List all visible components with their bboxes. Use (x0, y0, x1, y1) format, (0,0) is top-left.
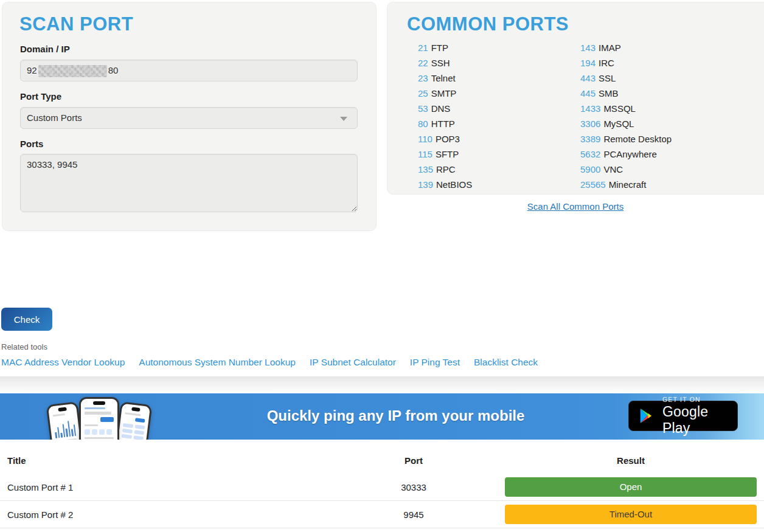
port-name: SMB (599, 88, 619, 98)
ports-label: Ports (20, 139, 43, 149)
port-name: HTTP (431, 119, 455, 129)
port-number: 80 (418, 119, 428, 129)
mini-blue-button (100, 417, 114, 422)
port-number: 443 (580, 73, 596, 83)
table-row: Custom Port # 2 9945 Timed-Out (0, 501, 764, 528)
ports-textarea[interactable]: 30333, 9945 (20, 154, 358, 212)
common-port-item[interactable]: 23Telnet (418, 71, 472, 86)
mobile-app-promo-banner: Quickly ping any IP from your mobile GET… (0, 393, 764, 440)
port-name: SMTP (431, 88, 457, 98)
common-port-item[interactable]: 1433MSSQL (580, 101, 672, 116)
google-play-badge[interactable]: GET IT ON Google Play (628, 401, 738, 431)
port-number: 115 (418, 149, 432, 159)
port-number: 445 (580, 88, 596, 98)
common-port-item[interactable]: 115SFTP (418, 147, 472, 162)
common-ports-panel: COMMON PORTS 21FTP 22SSH 23Telnet 25SMTP… (387, 2, 764, 195)
port-number: 143 (580, 43, 596, 53)
common-port-item[interactable]: 443SSL (580, 71, 672, 86)
link-ip-ping-test[interactable]: IP Ping Test (410, 357, 460, 368)
common-port-item[interactable]: 53DNS (418, 101, 472, 116)
port-number: 23 (418, 73, 428, 83)
get-it-on-text: GET IT ON (662, 396, 737, 403)
common-port-item[interactable]: 139NetBIOS (418, 177, 472, 192)
scan-port-title: SCAN PORT (19, 13, 133, 35)
port-number: 5632 (580, 149, 600, 159)
related-tools-label: Related tools (1, 342, 47, 351)
common-port-item[interactable]: 25565Minecraft (580, 177, 672, 192)
port-name: IRC (599, 58, 614, 68)
port-name: POP3 (436, 134, 460, 144)
row-title: Custom Port # 1 (0, 482, 377, 492)
port-number: 21 (418, 43, 428, 53)
port-name: MySQL (603, 119, 634, 129)
row-port: 9945 (377, 510, 450, 520)
link-blacklist-check[interactable]: Blacklist Check (474, 357, 538, 368)
port-name: SSH (431, 58, 450, 68)
common-port-item[interactable]: 5900VNC (580, 162, 672, 177)
google-play-icon (637, 407, 655, 425)
header-result: Result (450, 455, 764, 466)
related-tools-links: MAC Address Vendor Lookup Autonomous Sys… (1, 357, 538, 368)
link-asn-lookup[interactable]: Autonomous System Number Lookup (139, 357, 296, 368)
common-ports-left-column: 21FTP 22SSH 23Telnet 25SMTP 53DNS 80HTTP… (418, 40, 472, 192)
domain-ip-input[interactable]: 9280 (20, 60, 358, 81)
table-row: Custom Port # 1 30333 Open (0, 474, 764, 501)
port-name: DNS (431, 103, 451, 114)
common-port-item[interactable]: 21FTP (418, 40, 472, 55)
phone-mockup-center (79, 397, 119, 440)
common-port-item[interactable]: 143IMAP (580, 40, 672, 55)
link-mac-address-vendor-lookup[interactable]: MAC Address Vendor Lookup (1, 357, 125, 368)
results-header-row: Title Port Result (0, 440, 764, 474)
domain-ip-value-suffix: 80 (108, 65, 119, 75)
port-number: 3389 (580, 134, 600, 144)
port-name: SFTP (436, 149, 459, 159)
port-name: Telnet (431, 73, 456, 83)
mini-pill-grid (122, 423, 145, 440)
port-name: VNC (603, 164, 623, 174)
scan-all-common-ports-link[interactable]: Scan All Common Ports (527, 201, 623, 212)
port-number: 25 (418, 88, 428, 98)
common-port-item[interactable]: 25SMTP (418, 86, 472, 101)
port-number: 194 (580, 58, 596, 68)
port-name: Minecraft (609, 179, 647, 190)
google-play-badge-text: GET IT ON Google Play (662, 396, 737, 437)
port-number: 1433 (580, 103, 600, 114)
port-number: 135 (418, 164, 433, 174)
common-port-item[interactable]: 22SSH (418, 55, 472, 71)
common-port-item[interactable]: 3389Remote Desktop (580, 131, 672, 147)
section-divider-gradient (0, 376, 764, 393)
row-title: Custom Port # 2 (0, 510, 377, 520)
port-number: 53 (418, 103, 428, 114)
scan-results-table: Title Port Result Custom Port # 1 30333 … (0, 440, 764, 528)
common-port-item[interactable]: 3306MySQL (580, 116, 672, 131)
common-ports-right-column: 143IMAP 194IRC 443SSL 445SMB 1433MSSQL 3… (580, 40, 672, 192)
port-number: 3306 (580, 119, 600, 129)
port-name: IMAP (599, 43, 621, 53)
redacted-ip-blur (38, 65, 107, 77)
common-port-item[interactable]: 194IRC (580, 55, 672, 71)
domain-ip-label: Domain / IP (20, 44, 70, 54)
row-port: 30333 (377, 482, 450, 492)
port-name: FTP (431, 43, 448, 53)
common-port-item[interactable]: 110POP3 (418, 131, 472, 147)
port-name: SSL (599, 73, 616, 83)
link-ip-subnet-calculator[interactable]: IP Subnet Calculator (310, 357, 396, 368)
port-number: 110 (418, 134, 432, 144)
status-badge-timed-out: Timed-Out (505, 505, 757, 524)
scan-port-panel: SCAN PORT Domain / IP 9280 Port Type Cus… (2, 2, 377, 231)
domain-ip-value-prefix: 92 (27, 65, 37, 75)
common-port-item[interactable]: 5632PCAnywhere (580, 147, 672, 162)
port-name: RPC (436, 164, 456, 174)
port-number: 22 (418, 58, 428, 68)
common-port-item[interactable]: 80HTTP (418, 116, 472, 131)
port-type-selected-value: Custom Ports (27, 112, 82, 123)
mini-bar-chart (54, 419, 76, 438)
port-name: MSSQL (603, 103, 636, 114)
check-button[interactable]: Check (1, 308, 52, 331)
common-port-item[interactable]: 445SMB (580, 86, 672, 101)
port-number: 139 (418, 179, 433, 190)
port-name: Remote Desktop (603, 134, 672, 144)
port-type-select[interactable]: Custom Ports (20, 107, 358, 129)
common-port-item[interactable]: 135RPC (418, 162, 472, 177)
common-ports-title: COMMON PORTS (407, 13, 569, 35)
